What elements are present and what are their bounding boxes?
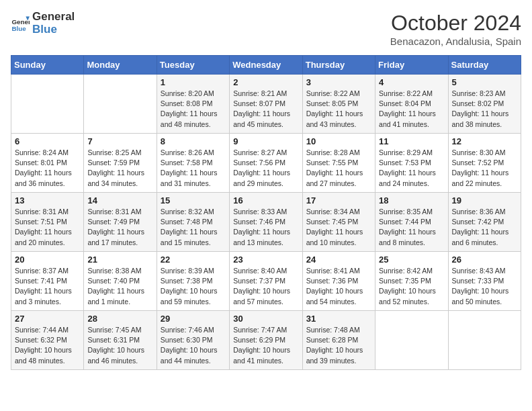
day-info: Sunrise: 8:29 AM Sunset: 7:53 PM Dayligh…: [379, 148, 444, 189]
calendar-cell: 17Sunrise: 8:34 AM Sunset: 7:45 PM Dayli…: [302, 193, 375, 252]
calendar-cell: 3Sunrise: 8:22 AM Sunset: 8:05 PM Daylig…: [302, 75, 375, 134]
calendar-cell: 28Sunrise: 7:45 AM Sunset: 6:31 PM Dayli…: [84, 311, 157, 370]
day-info: Sunrise: 8:24 AM Sunset: 8:01 PM Dayligh…: [15, 148, 80, 189]
calendar-cell: 6Sunrise: 8:24 AM Sunset: 8:01 PM Daylig…: [11, 134, 84, 193]
weekday-header-sunday: Sunday: [11, 56, 84, 75]
day-info: Sunrise: 8:30 AM Sunset: 7:52 PM Dayligh…: [452, 148, 517, 189]
page-header: General Blue General Blue October 2024 B…: [11, 11, 521, 47]
day-info: Sunrise: 8:25 AM Sunset: 7:59 PM Dayligh…: [87, 148, 152, 189]
calendar-cell: [375, 311, 448, 370]
calendar-cell: 30Sunrise: 7:47 AM Sunset: 6:29 PM Dayli…: [230, 311, 302, 370]
day-info: Sunrise: 7:46 AM Sunset: 6:30 PM Dayligh…: [161, 325, 226, 366]
calendar-cell: [84, 75, 157, 134]
day-info: Sunrise: 8:43 AM Sunset: 7:33 PM Dayligh…: [452, 266, 517, 307]
logo-general-text: General: [32, 11, 75, 24]
day-info: Sunrise: 8:31 AM Sunset: 7:49 PM Dayligh…: [87, 207, 152, 248]
day-number: 17: [306, 195, 371, 205]
weekday-header-monday: Monday: [84, 56, 157, 75]
calendar-cell: 15Sunrise: 8:32 AM Sunset: 7:48 PM Dayli…: [157, 193, 229, 252]
day-number: 27: [15, 314, 80, 324]
day-number: 18: [379, 195, 444, 205]
location-title: Benacazon, Andalusia, Spain: [390, 36, 521, 47]
calendar-cell: 29Sunrise: 7:46 AM Sunset: 6:30 PM Dayli…: [157, 311, 229, 370]
weekday-header-wednesday: Wednesday: [230, 56, 302, 75]
calendar-cell: 12Sunrise: 8:30 AM Sunset: 7:52 PM Dayli…: [448, 134, 521, 193]
calendar-cell: 5Sunrise: 8:23 AM Sunset: 8:02 PM Daylig…: [448, 75, 521, 134]
day-number: 24: [306, 255, 371, 265]
day-number: 3: [306, 77, 371, 87]
calendar-cell: 18Sunrise: 8:35 AM Sunset: 7:44 PM Dayli…: [375, 193, 448, 252]
day-number: 29: [161, 314, 226, 324]
calendar-cell: 1Sunrise: 8:20 AM Sunset: 8:08 PM Daylig…: [157, 75, 229, 134]
day-info: Sunrise: 8:40 AM Sunset: 7:37 PM Dayligh…: [233, 266, 298, 307]
day-info: Sunrise: 8:27 AM Sunset: 7:56 PM Dayligh…: [233, 148, 298, 189]
day-number: 23: [233, 255, 298, 265]
day-number: 4: [379, 77, 444, 87]
calendar-cell: 24Sunrise: 8:41 AM Sunset: 7:36 PM Dayli…: [302, 252, 375, 311]
calendar-week-row: 6Sunrise: 8:24 AM Sunset: 8:01 PM Daylig…: [11, 134, 521, 193]
day-info: Sunrise: 8:31 AM Sunset: 7:51 PM Dayligh…: [15, 207, 80, 248]
day-number: 8: [161, 136, 226, 146]
day-info: Sunrise: 8:41 AM Sunset: 7:36 PM Dayligh…: [306, 266, 371, 307]
day-info: Sunrise: 8:37 AM Sunset: 7:41 PM Dayligh…: [15, 266, 80, 307]
day-number: 19: [452, 195, 517, 205]
calendar-cell: 22Sunrise: 8:39 AM Sunset: 7:38 PM Dayli…: [157, 252, 229, 311]
day-number: 13: [15, 195, 80, 205]
day-number: 20: [15, 255, 80, 265]
day-number: 2: [233, 77, 298, 87]
calendar-cell: 14Sunrise: 8:31 AM Sunset: 7:49 PM Dayli…: [84, 193, 157, 252]
day-number: 7: [87, 136, 152, 146]
logo-icon: General Blue: [11, 14, 30, 33]
calendar-cell: 20Sunrise: 8:37 AM Sunset: 7:41 PM Dayli…: [11, 252, 84, 311]
day-number: 25: [379, 255, 444, 265]
day-info: Sunrise: 8:42 AM Sunset: 7:35 PM Dayligh…: [379, 266, 444, 307]
day-info: Sunrise: 8:38 AM Sunset: 7:40 PM Dayligh…: [87, 266, 152, 307]
day-number: 26: [452, 255, 517, 265]
weekday-header-saturday: Saturday: [448, 56, 521, 75]
day-number: 1: [161, 77, 226, 87]
calendar-cell: 26Sunrise: 8:43 AM Sunset: 7:33 PM Dayli…: [448, 252, 521, 311]
day-number: 12: [452, 136, 517, 146]
day-info: Sunrise: 8:35 AM Sunset: 7:44 PM Dayligh…: [379, 207, 444, 248]
weekday-header-thursday: Thursday: [302, 56, 375, 75]
day-info: Sunrise: 7:44 AM Sunset: 6:32 PM Dayligh…: [15, 325, 80, 366]
day-number: 16: [233, 195, 298, 205]
day-info: Sunrise: 8:36 AM Sunset: 7:42 PM Dayligh…: [452, 207, 517, 248]
calendar-table: SundayMondayTuesdayWednesdayThursdayFrid…: [11, 55, 521, 370]
day-number: 9: [233, 136, 298, 146]
day-info: Sunrise: 8:34 AM Sunset: 7:45 PM Dayligh…: [306, 207, 371, 248]
calendar-cell: 27Sunrise: 7:44 AM Sunset: 6:32 PM Dayli…: [11, 311, 84, 370]
day-info: Sunrise: 7:48 AM Sunset: 6:28 PM Dayligh…: [306, 325, 371, 366]
day-info: Sunrise: 8:22 AM Sunset: 8:04 PM Dayligh…: [379, 89, 444, 130]
calendar-week-row: 27Sunrise: 7:44 AM Sunset: 6:32 PM Dayli…: [11, 311, 521, 370]
calendar-cell: 19Sunrise: 8:36 AM Sunset: 7:42 PM Dayli…: [448, 193, 521, 252]
day-info: Sunrise: 7:45 AM Sunset: 6:31 PM Dayligh…: [87, 325, 152, 366]
calendar-cell: 8Sunrise: 8:26 AM Sunset: 7:58 PM Daylig…: [157, 134, 229, 193]
title-block: October 2024 Benacazon, Andalusia, Spain: [390, 11, 521, 47]
calendar-cell: 7Sunrise: 8:25 AM Sunset: 7:59 PM Daylig…: [84, 134, 157, 193]
weekday-header-friday: Friday: [375, 56, 448, 75]
calendar-week-row: 20Sunrise: 8:37 AM Sunset: 7:41 PM Dayli…: [11, 252, 521, 311]
day-number: 10: [306, 136, 371, 146]
day-number: 22: [161, 255, 226, 265]
day-info: Sunrise: 8:22 AM Sunset: 8:05 PM Dayligh…: [306, 89, 371, 130]
logo-blue-text: Blue: [32, 24, 75, 36]
weekday-header-row: SundayMondayTuesdayWednesdayThursdayFrid…: [11, 56, 521, 75]
day-number: 11: [379, 136, 444, 146]
calendar-cell: 31Sunrise: 7:48 AM Sunset: 6:28 PM Dayli…: [302, 311, 375, 370]
month-title: October 2024: [390, 11, 521, 36]
day-info: Sunrise: 8:21 AM Sunset: 8:07 PM Dayligh…: [233, 89, 298, 130]
day-number: 15: [161, 195, 226, 205]
day-number: 21: [87, 255, 152, 265]
day-info: Sunrise: 7:47 AM Sunset: 6:29 PM Dayligh…: [233, 325, 298, 366]
calendar-cell: 23Sunrise: 8:40 AM Sunset: 7:37 PM Dayli…: [230, 252, 302, 311]
calendar-cell: 10Sunrise: 8:28 AM Sunset: 7:55 PM Dayli…: [302, 134, 375, 193]
day-info: Sunrise: 8:39 AM Sunset: 7:38 PM Dayligh…: [161, 266, 226, 307]
calendar-cell: [11, 75, 84, 134]
day-number: 14: [87, 195, 152, 205]
day-info: Sunrise: 8:20 AM Sunset: 8:08 PM Dayligh…: [161, 89, 226, 130]
day-number: 28: [87, 314, 152, 324]
day-info: Sunrise: 8:26 AM Sunset: 7:58 PM Dayligh…: [161, 148, 226, 189]
calendar-week-row: 13Sunrise: 8:31 AM Sunset: 7:51 PM Dayli…: [11, 193, 521, 252]
weekday-header-tuesday: Tuesday: [157, 56, 229, 75]
